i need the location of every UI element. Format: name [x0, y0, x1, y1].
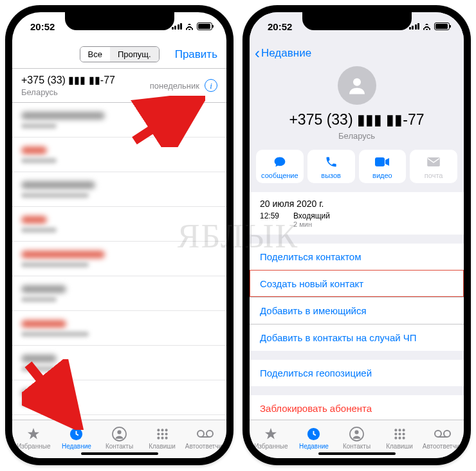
log-entry: 12:59 Входящий 2 мин — [250, 210, 464, 235]
svg-point-28 — [402, 432, 405, 435]
svg-point-9 — [157, 436, 160, 439]
share-location-button[interactable]: Поделиться геопозицией — [250, 360, 464, 386]
person-icon — [112, 426, 127, 441]
call-log-card: 20 июля 2020 г. 12:59 Входящий 2 мин — [250, 192, 464, 235]
svg-point-27 — [398, 432, 401, 435]
tab-label: Автоответчик — [423, 443, 462, 450]
call-info: +375 (33) ▮▮▮ ▮▮-77 Беларусь — [21, 74, 150, 97]
svg-point-26 — [394, 432, 397, 435]
share-contact-button[interactable]: Поделиться контактом — [250, 244, 464, 270]
notch — [302, 12, 412, 30]
svg-point-13 — [206, 431, 213, 437]
voicemail-icon — [196, 426, 214, 441]
phone-mockup-right: 20:52 ‹ Недавние +375 (33) ▮▮▮ ▮▮-77 Бел… — [243, 5, 471, 465]
svg-point-25 — [402, 429, 405, 431]
tab-contacts[interactable]: Контакты — [100, 426, 138, 450]
screen: 20:52 Все Пропущ. Править +375 (33) ▮▮▮ … — [12, 12, 226, 458]
contact-header: +375 (33) ▮▮▮ ▮▮-77 Беларусь — [250, 66, 464, 150]
tab-favorites[interactable]: Избранные — [252, 426, 290, 450]
back-label: Недавние — [261, 47, 311, 60]
back-nav[interactable]: ‹ Недавние — [250, 40, 464, 66]
tab-label: Избранные — [17, 443, 50, 450]
message-button[interactable]: сообщение — [256, 150, 304, 183]
wifi-icon — [185, 23, 194, 30]
edit-button[interactable]: Править — [175, 48, 217, 61]
svg-point-4 — [161, 429, 163, 431]
annotation-arrow — [22, 359, 86, 430]
contact-number: +375 (33) ▮▮▮ ▮▮-77 — [289, 111, 424, 129]
notch — [65, 12, 174, 30]
video-button[interactable]: видео — [359, 150, 407, 183]
svg-point-12 — [197, 431, 204, 437]
create-contact-button[interactable]: Создать новый контакт — [250, 270, 464, 297]
svg-rect-18 — [375, 157, 385, 166]
tab-voicemail[interactable]: Автоответчик — [186, 426, 224, 450]
block-caller-button[interactable]: Заблокировать абонента — [250, 395, 464, 420]
status-time: 20:52 — [30, 21, 55, 32]
call-day: понедельник — [150, 81, 199, 91]
svg-point-7 — [161, 432, 163, 435]
tab-label: Избранные — [254, 443, 288, 450]
tab-label: Контакты — [343, 443, 371, 450]
svg-point-10 — [161, 436, 163, 439]
person-icon — [349, 426, 364, 441]
tab-label: Недавние — [299, 443, 329, 450]
tab-label: Контакты — [105, 443, 133, 450]
svg-point-17 — [353, 78, 361, 86]
svg-point-6 — [157, 432, 160, 435]
svg-point-2 — [117, 430, 121, 434]
star-icon — [263, 426, 279, 441]
avatar — [338, 66, 376, 105]
add-emergency-button[interactable]: Добавить в контакты на случай ЧП — [250, 324, 464, 351]
call-number: +375 (33) ▮▮▮ ▮▮-77 — [21, 74, 150, 86]
wifi-icon — [422, 23, 432, 30]
action-label: видео — [372, 172, 392, 179]
tab-contacts[interactable]: Контакты — [337, 426, 376, 450]
info-icon[interactable]: i — [205, 79, 217, 92]
segmented-control[interactable]: Все Пропущ. — [79, 46, 159, 62]
phone-icon — [325, 155, 338, 169]
tab-voicemail[interactable]: Автоответчик — [423, 426, 462, 450]
mail-button: почта — [410, 150, 457, 183]
nav-bar: Все Пропущ. Править — [12, 40, 226, 69]
home-indicator[interactable] — [81, 452, 158, 455]
svg-point-3 — [157, 429, 160, 431]
tab-label: Клавиши — [149, 443, 176, 450]
segment-all[interactable]: Все — [80, 47, 109, 62]
svg-point-5 — [165, 429, 167, 431]
mail-icon — [426, 155, 441, 169]
tab-keypad[interactable]: Клавиши — [143, 426, 181, 450]
action-buttons: сообщение вызов видео почта — [250, 150, 464, 192]
svg-point-22 — [354, 430, 358, 434]
tab-label: Автоответчик — [185, 443, 225, 450]
call-button[interactable]: вызов — [307, 150, 355, 183]
contact-country: Беларусь — [338, 131, 375, 141]
log-type: Входящий — [293, 211, 330, 220]
log-duration: 2 мин — [293, 220, 330, 228]
svg-point-23 — [394, 429, 397, 431]
clock-icon — [306, 426, 321, 441]
segment-missed[interactable]: Пропущ. — [110, 47, 159, 62]
action-label: почта — [425, 172, 443, 179]
home-indicator[interactable] — [318, 452, 396, 455]
status-time: 20:52 — [268, 21, 292, 32]
screen: 20:52 ‹ Недавние +375 (33) ▮▮▮ ▮▮-77 Бел… — [250, 12, 464, 458]
block-card: Заблокировать абонента — [250, 395, 464, 420]
svg-point-29 — [394, 436, 397, 439]
battery-icon — [197, 22, 212, 30]
log-date: 20 июля 2020 г. — [250, 192, 464, 210]
phone-mockup-left: 20:52 Все Пропущ. Править +375 (33) ▮▮▮ … — [5, 5, 233, 465]
tab-recents[interactable]: Недавние — [295, 426, 333, 450]
location-card: Поделиться геопозицией — [250, 360, 464, 386]
tab-label: Недавние — [62, 443, 91, 450]
svg-point-8 — [165, 432, 167, 435]
tab-label: Клавиши — [386, 443, 413, 450]
message-icon — [273, 155, 287, 169]
scroll-content[interactable]: +375 (33) ▮▮▮ ▮▮-77 Беларусь сообщение в… — [250, 66, 464, 420]
video-icon — [374, 155, 390, 169]
voicemail-icon — [434, 426, 452, 441]
tab-keypad[interactable]: Клавиши — [380, 426, 419, 450]
log-time: 12:59 — [260, 211, 286, 228]
svg-rect-19 — [427, 157, 440, 166]
add-existing-button[interactable]: Добавить в имеющийся — [250, 297, 464, 324]
